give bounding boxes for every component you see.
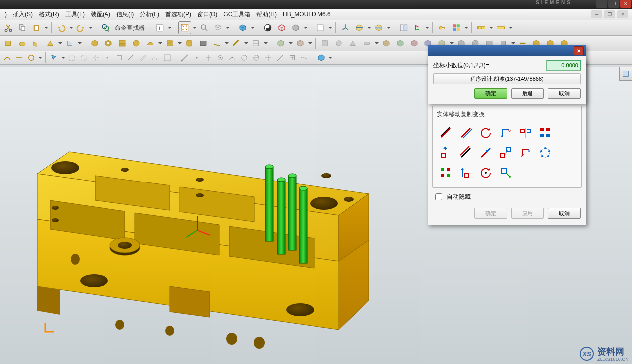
clip-dropdown[interactable] (386, 22, 391, 34)
feature3-icon[interactable] (30, 37, 43, 50)
decimals-dialog-close-icon[interactable]: ✕ (574, 46, 584, 55)
solid1-icon[interactable] (88, 37, 101, 50)
g4-dropdown[interactable] (374, 37, 379, 49)
maximize-button[interactable]: ❐ (608, 0, 619, 8)
decimals-dialog-titlebar[interactable]: ✕ (428, 45, 586, 56)
wcs-dropdown[interactable] (425, 22, 429, 34)
sel1-icon[interactable] (49, 52, 60, 63)
redo-icon[interactable] (74, 21, 87, 34)
measure2-icon[interactable] (494, 21, 507, 34)
feature5-icon[interactable] (63, 37, 76, 50)
cube-icon[interactable] (316, 52, 327, 63)
info-dropdown[interactable] (167, 22, 172, 34)
box-dropdown[interactable] (250, 22, 255, 34)
decimals-input[interactable] (547, 60, 581, 70)
decimals-back-button[interactable]: 后退 (511, 88, 544, 99)
menu-gc-toolbox[interactable]: GC工具箱 (220, 10, 253, 19)
g6-icon[interactable] (394, 37, 407, 50)
extend-icon[interactable] (477, 144, 495, 162)
menu-window[interactable]: 窗口(O) (194, 10, 220, 19)
snap10-icon[interactable] (287, 52, 298, 63)
yinyang-icon[interactable] (261, 21, 274, 34)
paste-icon[interactable] (30, 21, 43, 34)
sel10-icon[interactable] (162, 52, 173, 63)
pattern-circ-icon[interactable] (536, 144, 554, 162)
feature4-icon[interactable] (44, 37, 57, 50)
g1-icon[interactable] (318, 37, 331, 50)
sel9-icon[interactable] (150, 52, 161, 63)
command-finder-icon[interactable] (99, 21, 112, 34)
shaded-icon[interactable] (289, 21, 302, 34)
auto-hide-checkbox[interactable]: 自动隐藏 (433, 192, 582, 202)
undo-dropdown[interactable] (69, 22, 73, 34)
array-4-icon[interactable] (437, 164, 455, 182)
part-nav-icon[interactable] (397, 21, 410, 34)
swatch-dropdown[interactable] (328, 22, 332, 34)
zoom-icon[interactable] (198, 21, 211, 34)
key-icon[interactable] (436, 21, 449, 34)
solid11-icon[interactable] (249, 37, 262, 50)
dialog-cancel-button[interactable]: 取消 (548, 208, 581, 219)
section-dropdown[interactable] (367, 22, 371, 34)
snap3-icon[interactable] (203, 52, 214, 63)
menu-paren[interactable]: ) (2, 11, 10, 18)
snap1-icon[interactable] (179, 52, 190, 63)
command-finder-label[interactable]: 命令查找器 (113, 24, 147, 32)
info-icon[interactable]: i (153, 21, 166, 34)
clip-icon[interactable] (372, 21, 385, 34)
rotate-icon[interactable] (477, 124, 495, 142)
rotate-copy-icon[interactable]: 6 (517, 144, 534, 162)
g4-icon[interactable] (360, 37, 373, 50)
assembly-dropdown[interactable] (464, 22, 468, 34)
snap2-icon[interactable] (191, 52, 202, 63)
array-grid-icon[interactable] (536, 124, 554, 142)
menu-tools[interactable]: 工具(T) (62, 10, 88, 19)
feature5-dropdown[interactable] (77, 37, 82, 49)
menu-info[interactable]: 信息(I) (113, 10, 137, 19)
mdi-close-button[interactable]: ✕ (617, 10, 628, 18)
g5-icon[interactable] (380, 37, 393, 50)
scale-axis-icon[interactable]: 6 (497, 124, 515, 142)
solid10-icon[interactable] (230, 37, 243, 50)
sel7-icon[interactable] (126, 52, 137, 63)
wireframe-icon[interactable] (275, 21, 288, 34)
layer-icon[interactable] (211, 21, 224, 34)
decimals-cancel-button[interactable]: 取消 (548, 88, 581, 99)
cut-icon[interactable] (2, 21, 15, 34)
solid9-dropdown[interactable] (224, 37, 229, 49)
g7-icon[interactable] (408, 37, 421, 50)
solid2-icon[interactable] (102, 37, 115, 50)
mirror-h-icon[interactable] (517, 124, 534, 142)
move-line-icon[interactable] (437, 124, 455, 142)
sel1-dropdown[interactable] (61, 52, 65, 64)
menu-format[interactable]: 格式(R) (36, 10, 62, 19)
solid3-icon[interactable] (116, 37, 129, 50)
snap7-icon[interactable] (251, 52, 262, 63)
close-button[interactable]: ✕ (620, 0, 631, 8)
snap11-icon[interactable] (299, 52, 310, 63)
decimals-ok-button[interactable]: 确定 (474, 88, 507, 99)
mdi-minimize-button[interactable]: ─ (591, 10, 602, 18)
sel4-icon[interactable] (90, 52, 101, 63)
op2-dropdown[interactable] (308, 37, 312, 49)
axis-y-icon[interactable] (457, 164, 475, 182)
snap6-icon[interactable] (239, 52, 250, 63)
section-icon[interactable] (353, 21, 366, 34)
menu-insert[interactable]: 插入(S) (10, 10, 36, 19)
solid4-icon[interactable] (130, 37, 143, 50)
menu-preferences[interactable]: 首选项(P) (162, 10, 194, 19)
right-toggle-icon[interactable] (619, 67, 632, 81)
measure-dropdown[interactable] (489, 22, 493, 34)
curve3-icon[interactable] (26, 52, 37, 63)
g3-icon[interactable] (346, 37, 359, 50)
snap8-icon[interactable] (263, 52, 274, 63)
shaded-dropdown[interactable] (303, 22, 308, 34)
curve3-dropdown[interactable] (38, 52, 42, 64)
solid5-icon[interactable] (144, 37, 157, 50)
op1-icon[interactable] (274, 37, 287, 50)
solid5-dropdown[interactable] (158, 37, 162, 49)
feature2-icon[interactable] (16, 37, 29, 50)
menu-assembly[interactable]: 装配(A) (88, 10, 113, 19)
fit-view-icon[interactable] (178, 21, 191, 34)
op1-dropdown[interactable] (288, 37, 293, 49)
